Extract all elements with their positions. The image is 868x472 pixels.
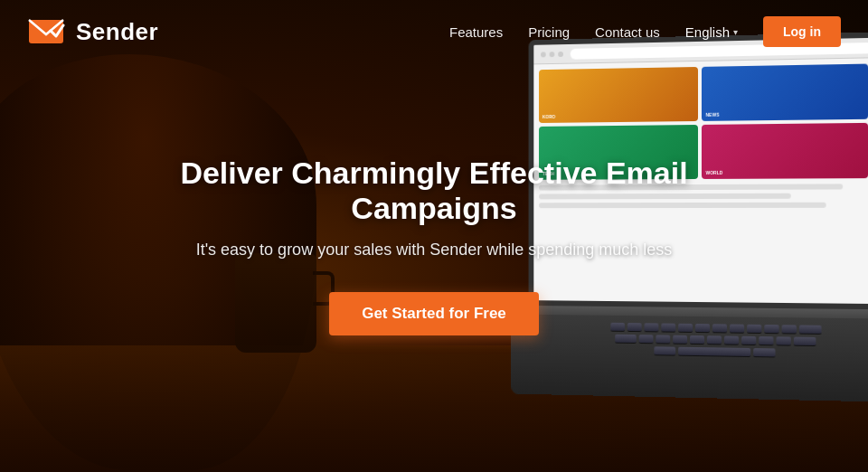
logo-icon bbox=[27, 14, 65, 49]
nav-links: Features Pricing Contact us English ▾ Lo… bbox=[449, 16, 841, 47]
nav-pricing[interactable]: Pricing bbox=[528, 24, 570, 40]
hero-section: Deliver Charmingly Effective Email Campa… bbox=[0, 0, 868, 472]
hero-subtitle: It's easy to grow your sales with Sender… bbox=[196, 241, 673, 260]
language-label: English bbox=[685, 24, 730, 40]
brand-name: Sender bbox=[76, 18, 158, 46]
nav-language-selector[interactable]: English ▾ bbox=[685, 24, 738, 40]
nav-features[interactable]: Features bbox=[449, 24, 503, 40]
navbar: Sender Features Pricing Contact us Engli… bbox=[0, 0, 868, 63]
hero-title: Deliver Charmingly Effective Email Campa… bbox=[118, 156, 750, 226]
logo-area: Sender bbox=[27, 14, 158, 49]
login-button[interactable]: Log in bbox=[763, 16, 841, 47]
cta-button[interactable]: Get Started for Free bbox=[329, 292, 539, 335]
sender-logo-svg bbox=[27, 14, 65, 49]
nav-contact[interactable]: Contact us bbox=[595, 24, 660, 40]
chevron-down-icon: ▾ bbox=[733, 27, 738, 37]
